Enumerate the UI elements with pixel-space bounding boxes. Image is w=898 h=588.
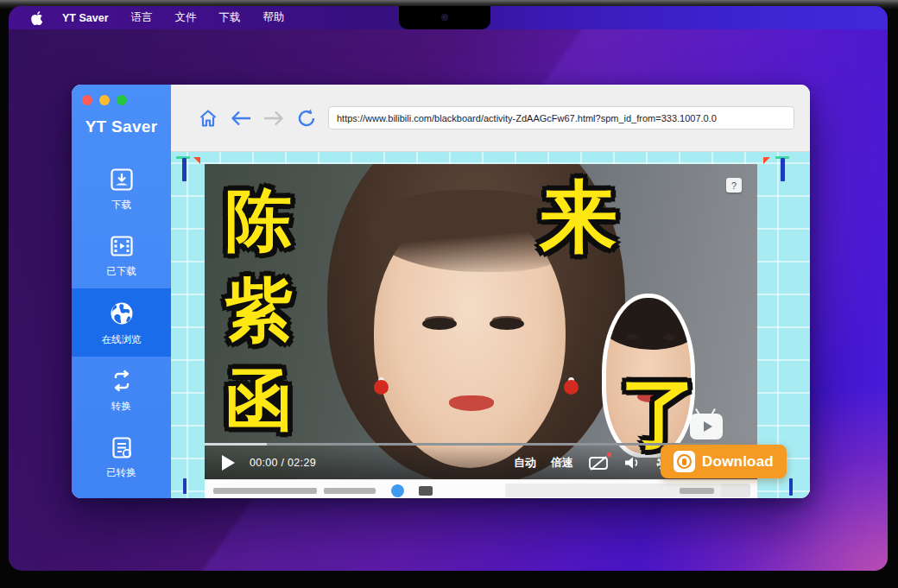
overlay-char: 来 <box>540 178 617 256</box>
video-frame-earring <box>374 380 389 395</box>
menu-item-language[interactable]: 语言 <box>131 10 153 25</box>
back-button[interactable] <box>230 107 252 130</box>
home-button[interactable] <box>197 107 219 130</box>
help-button[interactable]: ? <box>726 178 742 193</box>
danmaku-bar <box>205 479 757 498</box>
decor-bar <box>781 158 785 181</box>
danmaku-list-icon[interactable] <box>419 486 433 496</box>
bilibili-tv-play-icon <box>690 414 723 439</box>
danmaku-avatar-icon[interactable] <box>391 484 404 497</box>
danmaku-toggle-button[interactable] <box>588 455 609 471</box>
forward-button[interactable] <box>262 107 285 130</box>
yt-saver-logo-icon <box>674 451 695 472</box>
sidebar-item-label: 已下载 <box>106 265 136 278</box>
forward-icon <box>262 109 285 128</box>
convert-icon <box>109 368 135 394</box>
danmaku-stats-text <box>213 488 317 494</box>
volume-button[interactable] <box>623 455 641 471</box>
downloaded-icon <box>109 233 135 259</box>
zoom-button[interactable] <box>117 95 127 105</box>
sidebar-item-converted[interactable]: 已转换 <box>72 423 171 490</box>
overlay-char: 陈 <box>225 187 293 254</box>
decor-bar <box>182 158 187 181</box>
decor-bar <box>789 478 793 496</box>
traffic-lights <box>72 85 171 105</box>
desktop-screen: YT Saver 语言 文件 下载 帮助 YT Saver <box>9 6 888 571</box>
sidebar-item-download[interactable]: 下载 <box>72 155 171 222</box>
danmaku-badge <box>607 452 611 457</box>
video-frame-eye <box>422 318 457 330</box>
sidebar-item-label: 转换 <box>111 400 131 413</box>
main-panel: 陈 紫 函 来 了 ? 00:00 / <box>171 85 810 498</box>
sidebar-item-downloaded[interactable]: 已下载 <box>72 222 171 288</box>
download-icon <box>109 167 135 193</box>
yt-saver-window: YT Saver 下载 <box>72 85 810 498</box>
globe-icon <box>108 300 136 327</box>
sidebar-item-label: 下载 <box>111 199 131 212</box>
converted-icon <box>109 434 135 460</box>
overlay-char: 紫 <box>225 276 293 344</box>
video-player[interactable]: 陈 紫 函 来 了 ? 00:00 / <box>205 164 757 479</box>
decor-flag <box>763 157 770 164</box>
overlay-char: 函 <box>225 366 293 433</box>
decor-flag <box>193 157 200 164</box>
video-frame-earring <box>564 380 579 395</box>
back-icon <box>230 109 252 128</box>
refresh-icon <box>296 108 317 129</box>
menu-item-file[interactable]: 文件 <box>175 10 197 25</box>
sidebar-item-label: 在线浏览 <box>102 333 142 346</box>
time-display: 00:00 / 02:29 <box>250 457 316 469</box>
quality-button[interactable]: 自动 <box>514 455 536 471</box>
minimize-button[interactable] <box>99 95 110 105</box>
decor-bar <box>183 478 187 494</box>
sidebar-item-convert[interactable]: 转换 <box>72 357 171 423</box>
danmaku-hint-text <box>680 488 714 494</box>
camera-icon <box>441 14 448 21</box>
danmaku-send-button[interactable] <box>721 484 750 497</box>
web-content: 陈 紫 函 来 了 ? 00:00 / <box>171 152 810 498</box>
sidebar-title: YT Saver <box>72 117 171 136</box>
speed-button[interactable]: 倍速 <box>551 455 573 471</box>
video-frame-eye <box>490 318 524 330</box>
home-icon <box>198 108 218 129</box>
seek-bar-loaded <box>205 443 267 446</box>
menubar-app-name[interactable]: YT Saver <box>62 12 109 24</box>
sidebar: YT Saver 下载 <box>72 85 171 498</box>
apple-menu[interactable] <box>31 11 43 25</box>
download-button-label: Download <box>702 453 774 471</box>
download-button[interactable]: Download <box>661 445 787 478</box>
apple-logo-icon <box>31 11 43 25</box>
menu-item-help[interactable]: 帮助 <box>263 10 285 25</box>
browser-toolbar <box>171 85 810 152</box>
display-notch <box>399 6 490 29</box>
sidebar-nav: 下载 已下载 <box>72 155 171 490</box>
overlay-char: 了 <box>621 375 699 452</box>
play-button[interactable] <box>222 455 235 471</box>
danmaku-off-icon <box>588 455 609 471</box>
video-overlay-title: 陈 紫 函 <box>225 187 293 433</box>
video-frame-lips <box>449 395 494 411</box>
close-button[interactable] <box>82 95 92 105</box>
help-label: ? <box>731 180 737 191</box>
sidebar-item-label: 已转换 <box>106 466 136 479</box>
danmaku-stats-text <box>324 488 376 494</box>
video-frame-guest-eyes <box>627 334 675 343</box>
sidebar-item-online-browse[interactable]: 在线浏览 <box>72 288 171 357</box>
url-input[interactable] <box>328 106 794 130</box>
volume-icon <box>623 455 641 471</box>
menu-item-download[interactable]: 下载 <box>219 10 241 25</box>
refresh-button[interactable] <box>295 107 318 130</box>
